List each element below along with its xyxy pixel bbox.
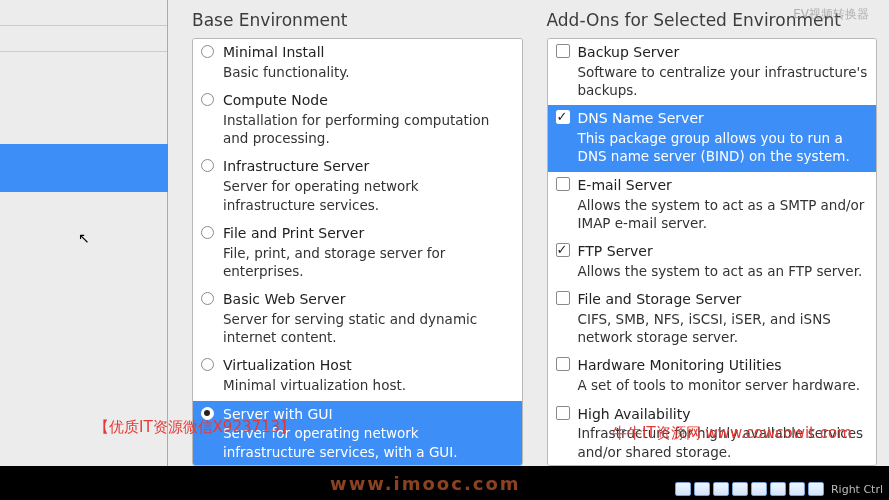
item-title: DNS Name Server [578, 109, 869, 128]
watermark-red-left: 【优质IT资源微信X923713】 [94, 418, 295, 437]
item-title: E-mail Server [578, 176, 869, 195]
radio-icon[interactable] [201, 358, 214, 371]
addons-column: Add-Ons for Selected Environment Backup … [547, 4, 878, 466]
watermark-mid-bottom: www.imooc.com [330, 473, 521, 494]
statusbar-host-key: Right Ctrl [831, 483, 883, 496]
list-item[interactable]: Minimal InstallBasic functionality. [193, 39, 522, 87]
item-description: Server for serving static and dynamic in… [223, 310, 514, 346]
radio-icon[interactable] [201, 93, 214, 106]
statusbar-icon[interactable] [675, 482, 691, 496]
list-item[interactable]: File and Storage ServerCIFS, SMB, NFS, i… [548, 286, 877, 352]
item-description: File, print, and storage server for ente… [223, 244, 514, 280]
checkbox-icon[interactable] [556, 243, 570, 257]
sidebar-item[interactable] [0, 2, 167, 26]
item-title: Backup Server [578, 43, 869, 62]
item-title: Minimal Install [223, 43, 514, 62]
statusbar-icon[interactable] [789, 482, 805, 496]
item-title: File and Print Server [223, 224, 514, 243]
item-title: File and Storage Server [578, 290, 869, 309]
sidebar-selected-item[interactable] [0, 144, 168, 192]
item-title: Hardware Monitoring Utilities [578, 356, 869, 375]
item-description: Installation for performing computation … [223, 111, 514, 147]
item-description: Server for operating network infrastruct… [223, 177, 514, 213]
checkbox-icon[interactable] [556, 110, 570, 124]
item-description: Allows the system to act as a SMTP and/o… [578, 196, 869, 232]
base-environment-column: Base Environment Minimal InstallBasic fu… [192, 4, 523, 466]
list-item[interactable]: Backup ServerSoftware to centralize your… [548, 39, 877, 105]
item-title: FTP Server [578, 242, 869, 261]
radio-icon[interactable] [201, 292, 214, 305]
item-description: Basic functionality. [223, 63, 514, 81]
list-item[interactable]: File and Print ServerFile, print, and st… [193, 220, 522, 286]
list-item[interactable]: Basic Web ServerServer for serving stati… [193, 286, 522, 352]
list-item[interactable]: FTP ServerAllows the system to act as an… [548, 238, 877, 286]
statusbar-icon[interactable] [694, 482, 710, 496]
item-description: A set of tools to monitor server hardwar… [578, 376, 869, 394]
checkbox-icon[interactable] [556, 177, 570, 191]
statusbar-icon[interactable] [713, 482, 729, 496]
base-environment-list[interactable]: Minimal InstallBasic functionality.Compu… [192, 38, 523, 466]
checkbox-icon[interactable] [556, 406, 570, 420]
statusbar-icon[interactable] [808, 482, 824, 496]
item-title: Basic Web Server [223, 290, 514, 309]
list-item[interactable]: Virtualization HostMinimal virtualizatio… [193, 352, 522, 400]
item-title: High Availability [578, 405, 869, 424]
item-title: Infrastructure Server [223, 157, 514, 176]
cursor-icon: ↖ [78, 230, 90, 246]
addons-list[interactable]: Backup ServerSoftware to centralize your… [547, 38, 878, 466]
list-item[interactable]: DNS Name ServerThis package group allows… [548, 105, 877, 171]
watermark-top-right: EV视频转换器 [793, 6, 869, 23]
statusbar-icon[interactable] [770, 482, 786, 496]
radio-icon[interactable] [201, 159, 214, 172]
sidebar-item[interactable] [0, 28, 167, 52]
statusbar-icon[interactable] [732, 482, 748, 496]
list-item[interactable]: E-mail ServerAllows the system to act as… [548, 172, 877, 238]
checkbox-icon[interactable] [556, 357, 570, 371]
radio-icon[interactable] [201, 45, 214, 58]
list-item[interactable]: Infrastructure ServerServer for operatin… [193, 153, 522, 219]
item-title: Compute Node [223, 91, 514, 110]
checkbox-icon[interactable] [556, 44, 570, 58]
radio-icon[interactable] [201, 226, 214, 239]
item-description: CIFS, SMB, NFS, iSCSI, iSER, and iSNS ne… [578, 310, 869, 346]
statusbar-icon[interactable] [751, 482, 767, 496]
vm-statusbar: Right Ctrl [675, 482, 883, 496]
item-description: Software to centralize your infrastructu… [578, 63, 869, 99]
watermark-red-right: 牛牛IT资源网 www.cowcowit.com [612, 424, 852, 443]
item-title: Virtualization Host [223, 356, 514, 375]
list-item[interactable]: Compute NodeInstallation for performing … [193, 87, 522, 153]
item-description: Allows the system to act as an FTP serve… [578, 262, 869, 280]
list-item[interactable]: Hardware Monitoring UtilitiesA set of to… [548, 352, 877, 400]
base-environment-header: Base Environment [192, 4, 523, 38]
item-description: This package group allows you to run a D… [578, 129, 869, 165]
item-description: Minimal virtualization host. [223, 376, 514, 394]
checkbox-icon[interactable] [556, 291, 570, 305]
